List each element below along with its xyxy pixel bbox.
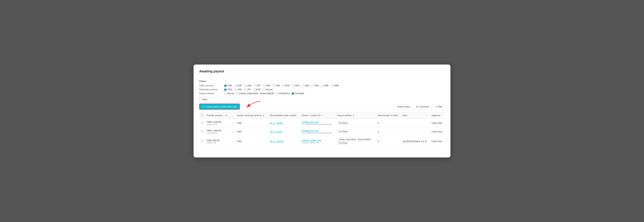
pm-radio-notset[interactable]: Not set <box>224 92 234 95</box>
row2-note <box>401 128 430 136</box>
row3-recon-link[interactable]: otr_h...CRUqb <box>270 140 284 143</box>
row1-note <box>401 119 430 128</box>
filters-label: Filters <box>199 80 445 83</box>
header-total-orders: Total number of order <box>376 112 401 119</box>
table-body: TWD 2,028.00 ≈USD 66.16 » TWD otr_4...78… <box>199 119 445 147</box>
grid-icon: ⊞ <box>416 105 418 108</box>
radio-thb[interactable]: THB <box>272 84 280 87</box>
receiving-currency-group: TWD USD JPY EUR Not set <box>224 88 272 91</box>
order-currency-group: TWD EUR USD JPY VND THB MYR SGD HKD AUD … <box>224 84 339 87</box>
filter-icon[interactable]: ▼ <box>225 114 228 117</box>
row3-vendor-sub: codyapi_cathay_first <box>302 142 334 144</box>
recv-radio-twd[interactable]: TWD <box>224 88 232 91</box>
row3-payout-method: Cathay United Bank - Global MyB2B First … <box>336 136 376 147</box>
recv-radio-jpy[interactable]: JPY <box>244 88 251 91</box>
row1-recon-link[interactable]: otr_4...78WjE <box>270 122 283 125</box>
radio-myr[interactable]: MYR <box>282 84 290 87</box>
row1-vendor-link[interactable]: codyapi_first_only <box>302 121 319 123</box>
order-currency-row: Order currency: TWD EUR USD JPY VND THB … <box>199 84 445 87</box>
recv-radio-notset[interactable]: Not set <box>263 88 272 91</box>
order-currency-label: Order currency: <box>199 84 222 87</box>
row1-amount: TWD 2,028.00 ≈USD 66.16 <box>205 119 231 128</box>
main-window: Awaiting payout Filters Order currency: … <box>194 65 450 157</box>
download-icon: ↓ <box>396 105 397 108</box>
radio-eur[interactable]: EUR <box>234 84 242 87</box>
header-expand <box>231 112 235 119</box>
receiving-currency-label: Receiving currency: <box>199 88 222 91</box>
radio-usd[interactable]: USD <box>244 84 252 87</box>
payout-method-row: Payout method: Not set Cathay United Ban… <box>199 92 445 95</box>
sort-icon[interactable]: ⇅ <box>223 115 224 117</box>
radio-krw[interactable]: KRW <box>331 84 339 87</box>
clear-button[interactable]: Clear <box>199 97 210 101</box>
create-payout-button[interactable]: ⟳ Create payout confirmation (all) <box>199 104 240 109</box>
row1-expand[interactable]: » <box>231 119 235 128</box>
arrow-svg <box>243 100 262 110</box>
radio-sgd[interactable]: SGD <box>292 84 300 87</box>
radio-gbp[interactable]: GBP <box>321 84 328 87</box>
page-title: Awaiting payout <box>199 69 445 73</box>
pm-radio-cathay[interactable]: Cathay United Bank - Global MyB2B <box>236 92 274 95</box>
row3-recon-order: otr_h...CRUqb <box>268 136 300 147</box>
receiving-currency-row: Receiving currency: TWD USD JPY EUR Not … <box>199 88 445 91</box>
row1-total-orders: 3 <box>376 119 401 128</box>
pm-radio-firstbank[interactable]: First Bank <box>292 92 304 95</box>
row3-checkbox[interactable] <box>201 140 203 142</box>
row1-checkbox[interactable] <box>201 122 203 124</box>
payout-method-group: Not set Cathay United Bank - Global MyB2… <box>224 92 304 95</box>
radio-hkd[interactable]: HKD <box>302 84 309 87</box>
row3-expand[interactable]: » <box>231 136 235 147</box>
radio-twd[interactable]: TWD <box>224 84 232 87</box>
radio-aud[interactable]: AUD <box>311 84 319 87</box>
row2-payout-tag: First Bank <box>337 130 349 133</box>
arrow-indicator <box>243 100 262 110</box>
refresh-icon: ⟳ <box>202 105 204 108</box>
header-applicant: Applicant <box>430 112 445 119</box>
expand-icon[interactable]: » <box>232 140 234 143</box>
header-recon-order: Reconciliation order number <box>268 112 300 119</box>
recv-radio-eur[interactable]: EUR <box>253 88 261 91</box>
row1-recon-order: otr_4...78WjE <box>268 119 300 128</box>
pm-radio-visa[interactable]: VISA(VPA) <box>276 92 289 95</box>
row3-vendor: codyapi_cathay_first codyapi_cathay_firs… <box>300 136 336 147</box>
row3-note-text: 確認通過對帳筆數為 508 筆 <box>403 140 426 143</box>
row2-recon-order: otr_H...aAcSi <box>268 128 300 136</box>
radio-jpy[interactable]: JPY <box>254 84 261 87</box>
payout-table: Transfer amount ⇅ ▼ Vendor receiving cur… <box>199 112 445 147</box>
row2-recv-currency: TWD <box>235 128 268 136</box>
row2-total-orders: 3 <box>376 128 401 136</box>
radio-vnd[interactable]: VND <box>263 84 270 87</box>
row1-recv-currency: TWD <box>235 119 268 128</box>
row1-applicant: Cody Chen <box>430 119 445 128</box>
payout-filter-icon[interactable]: ▼ <box>352 114 354 117</box>
row1-vendor-sub: ven_2Wf9vob2zK3zTZ14S65VsBx <box>302 123 334 126</box>
customize-button[interactable]: ⊞ Customize <box>414 104 431 109</box>
row3-total-orders: 3 <box>376 136 401 147</box>
row2-amount: TWD 1,969.00 ≈USD 64.24 <box>205 128 231 136</box>
filters-section: Filters Order currency: TWD EUR USD JPY … <box>199 80 445 95</box>
vendor-sort-icon[interactable]: ⇅ <box>321 115 323 117</box>
row3-amount: TWD 300.00 ≈USD 9.79 <box>205 136 231 147</box>
row3-applicant: Cody Chen <box>430 136 445 147</box>
row2-vendor-link[interactable]: codyapi_first_only <box>302 129 319 132</box>
row3-vendor-link[interactable]: codyapi_cathay_first <box>302 139 321 142</box>
expand-icon[interactable]: » <box>232 130 234 133</box>
expand-icon[interactable]: » <box>232 122 234 125</box>
export-report-button[interactable]: ↓ Export report <box>393 104 412 109</box>
select-all-checkbox[interactable] <box>201 114 203 116</box>
row3-payout-tag1: Cathay United Bank - Global MyB2B <box>337 138 372 141</box>
row1-payout-method: First Bank <box>336 119 376 128</box>
row2-expand[interactable]: » <box>231 128 235 136</box>
header-payout-method: Payout method ▼ <box>336 112 376 119</box>
recv-radio-usd[interactable]: USD <box>234 88 242 91</box>
header-receiving-currency: Vendor receiving currency ▼ <box>235 112 268 119</box>
row2-recon-link[interactable]: otr_H...aAcSi <box>270 131 282 133</box>
row2-checkbox[interactable] <box>201 130 203 133</box>
filter-button[interactable]: ⊿ Filter <box>432 104 445 109</box>
row3-note: 確認通過對帳筆數為 508 筆 <box>401 136 430 147</box>
create-btn-wrapper: ⟳ Create payout confirmation (all) <box>199 104 240 109</box>
header-transfer-amount: Transfer amount ⇅ ▼ <box>205 112 231 119</box>
recv-currency-filter-icon[interactable]: ▼ <box>262 114 264 117</box>
row2-payout-method: First Bank <box>336 128 376 136</box>
row2-applicant: Cody Chen <box>430 128 445 136</box>
